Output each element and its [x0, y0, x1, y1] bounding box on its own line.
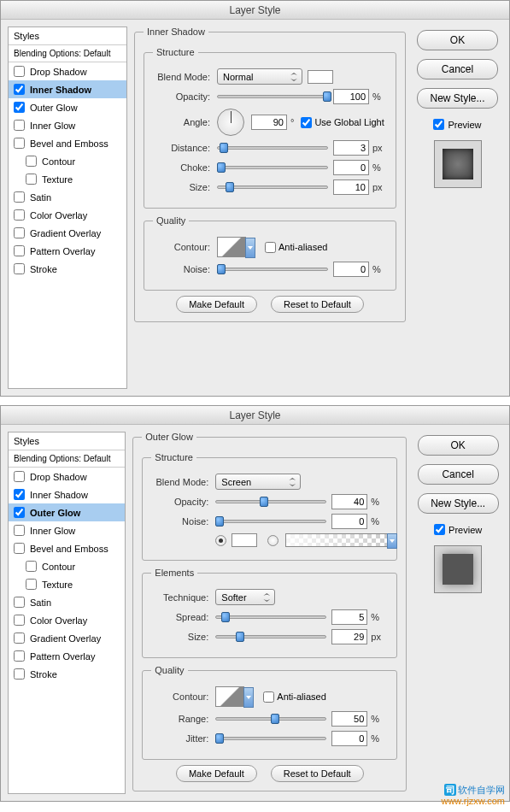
style-item-texture[interactable]: Texture [9, 575, 125, 593]
contour-picker[interactable] [215, 686, 244, 707]
style-checkbox[interactable] [14, 543, 25, 554]
blend-mode-dropdown[interactable]: Normal [217, 68, 302, 85]
style-checkbox[interactable] [14, 507, 25, 518]
style-item-contour[interactable]: Contour [9, 557, 125, 575]
noise-input[interactable] [333, 262, 369, 277]
style-checkbox[interactable] [14, 597, 25, 608]
style-checkbox[interactable] [14, 471, 25, 482]
preview-checkbox[interactable] [433, 119, 444, 130]
make-default-button[interactable]: Make Default [176, 296, 257, 313]
style-checkbox[interactable] [26, 156, 37, 167]
blending-options[interactable]: Blending Options: Default [9, 450, 125, 468]
preview-checkbox[interactable] [434, 524, 445, 535]
contour-picker[interactable] [217, 237, 246, 257]
gradient-picker[interactable] [285, 533, 388, 547]
style-checkbox[interactable] [14, 66, 25, 77]
style-checkbox[interactable] [14, 138, 25, 149]
choke-slider[interactable] [217, 162, 328, 174]
shadow-color-swatch[interactable] [308, 70, 333, 84]
style-checkbox[interactable] [26, 174, 37, 185]
style-checkbox[interactable] [14, 227, 25, 238]
preview-check[interactable]: Preview [433, 119, 481, 130]
spread-input[interactable] [331, 609, 367, 625]
style-checkbox[interactable] [14, 263, 25, 274]
style-checkbox[interactable] [14, 615, 25, 626]
reset-default-button[interactable]: Reset to Default [271, 765, 364, 782]
cancel-button[interactable]: Cancel [418, 464, 499, 485]
style-checkbox[interactable] [14, 191, 25, 203]
opacity-input[interactable] [333, 89, 369, 104]
style-item-inner-glow[interactable]: Inner Glow [9, 521, 125, 539]
use-global-light-checkbox[interactable] [301, 117, 312, 128]
style-checkbox[interactable] [14, 120, 25, 131]
gradient-radio[interactable] [267, 535, 278, 546]
solid-color-radio[interactable] [215, 535, 226, 546]
style-checkbox[interactable] [14, 209, 25, 221]
distance-input[interactable] [333, 140, 369, 156]
noise-slider[interactable] [217, 263, 328, 275]
jitter-input[interactable] [331, 731, 367, 746]
style-item-outer-glow[interactable]: Outer Glow [9, 503, 125, 521]
style-checkbox[interactable] [14, 668, 25, 680]
size-input[interactable] [333, 179, 369, 195]
style-checkbox[interactable] [14, 102, 25, 113]
size-slider[interactable] [215, 631, 326, 643]
style-item-gradient-overlay[interactable]: Gradient Overlay [9, 629, 125, 647]
style-item-stroke[interactable]: Stroke [9, 260, 126, 278]
choke-input[interactable] [333, 160, 369, 175]
make-default-button[interactable]: Make Default [176, 765, 257, 782]
style-item-pattern-overlay[interactable]: Pattern Overlay [9, 242, 126, 260]
style-item-bevel-and-emboss[interactable]: Bevel and Emboss [9, 539, 125, 557]
style-item-inner-shadow[interactable]: Inner Shadow [9, 80, 126, 98]
distance-slider[interactable] [217, 142, 328, 154]
anti-aliased-checkbox[interactable] [263, 691, 274, 703]
technique-dropdown[interactable]: Softer [215, 589, 275, 605]
noise-slider[interactable] [215, 515, 326, 527]
blend-mode-dropdown[interactable]: Screen [215, 474, 301, 490]
style-checkbox[interactable] [14, 650, 25, 662]
styles-header[interactable]: Styles [9, 27, 126, 45]
new-style-button[interactable]: New Style... [417, 88, 498, 109]
blending-options[interactable]: Blending Options: Default [9, 45, 126, 62]
anti-aliased-checkbox[interactable] [265, 242, 276, 253]
style-checkbox[interactable] [14, 633, 25, 644]
style-item-satin[interactable]: Satin [9, 593, 125, 611]
style-item-drop-shadow[interactable]: Drop Shadow [9, 62, 126, 80]
chevron-down-icon[interactable] [245, 238, 255, 258]
style-item-drop-shadow[interactable]: Drop Shadow [9, 468, 125, 485]
style-item-inner-glow[interactable]: Inner Glow [9, 116, 126, 134]
glow-color-swatch[interactable] [232, 533, 257, 547]
style-item-stroke[interactable]: Stroke [9, 665, 125, 683]
ok-button[interactable]: OK [418, 435, 499, 456]
ok-button[interactable]: OK [417, 30, 498, 50]
style-checkbox[interactable] [14, 245, 25, 256]
style-item-color-overlay[interactable]: Color Overlay [9, 206, 126, 224]
style-item-color-overlay[interactable]: Color Overlay [9, 611, 125, 629]
style-checkbox[interactable] [14, 489, 25, 500]
range-slider[interactable] [215, 713, 326, 725]
style-item-satin[interactable]: Satin [9, 188, 126, 206]
angle-input[interactable] [251, 115, 287, 130]
style-item-gradient-overlay[interactable]: Gradient Overlay [9, 224, 126, 242]
style-item-contour[interactable]: Contour [9, 152, 126, 170]
style-item-texture[interactable]: Texture [9, 170, 126, 188]
style-item-bevel-and-emboss[interactable]: Bevel and Emboss [9, 134, 126, 152]
chevron-down-icon[interactable] [387, 533, 397, 549]
noise-input[interactable] [331, 514, 367, 529]
reset-default-button[interactable]: Reset to Default [271, 296, 364, 313]
styles-header[interactable]: Styles [9, 432, 125, 450]
style-checkbox[interactable] [14, 84, 25, 95]
style-item-inner-shadow[interactable]: Inner Shadow [9, 485, 125, 503]
size-slider[interactable] [217, 181, 328, 193]
opacity-slider[interactable] [217, 91, 328, 103]
new-style-button[interactable]: New Style... [418, 493, 499, 514]
opacity-slider[interactable] [215, 496, 326, 508]
jitter-slider[interactable] [215, 733, 326, 744]
style-checkbox[interactable] [26, 561, 37, 572]
angle-dial[interactable] [217, 109, 244, 136]
chevron-down-icon[interactable] [243, 687, 254, 708]
opacity-input[interactable] [331, 494, 367, 509]
style-item-pattern-overlay[interactable]: Pattern Overlay [9, 647, 125, 665]
range-input[interactable] [331, 711, 367, 727]
cancel-button[interactable]: Cancel [417, 59, 498, 79]
